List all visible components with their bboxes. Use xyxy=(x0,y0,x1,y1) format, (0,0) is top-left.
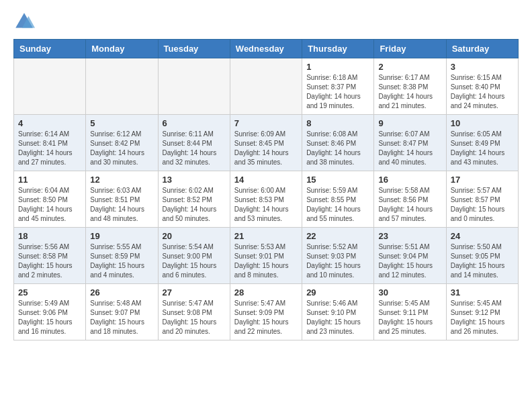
calendar-cell: 19Sunrise: 5:55 AMSunset: 8:59 PMDayligh… xyxy=(86,228,158,284)
day-number: 25 xyxy=(18,287,81,298)
weekday-header-monday: Monday xyxy=(86,40,158,58)
day-info: Sunrise: 6:07 AMSunset: 8:47 PMDaylight:… xyxy=(378,130,441,167)
day-number: 16 xyxy=(378,175,441,185)
day-number: 7 xyxy=(234,118,298,128)
calendar-cell: 6Sunrise: 6:11 AMSunset: 8:44 PMDaylight… xyxy=(158,115,230,171)
day-info: Sunrise: 5:53 AMSunset: 9:01 PMDaylight:… xyxy=(234,242,298,280)
calendar-cell xyxy=(158,58,230,115)
day-number: 3 xyxy=(451,62,514,72)
day-info: Sunrise: 6:03 AMSunset: 8:51 PMDaylight:… xyxy=(90,186,153,224)
calendar-cell: 13Sunrise: 6:02 AMSunset: 8:52 PMDayligh… xyxy=(158,171,230,228)
day-number: 14 xyxy=(234,175,298,185)
day-number: 28 xyxy=(234,287,298,298)
calendar-cell: 9Sunrise: 6:07 AMSunset: 8:47 PMDaylight… xyxy=(374,115,446,171)
header xyxy=(13,11,519,32)
calendar-week-5: 25Sunrise: 5:49 AMSunset: 9:06 PMDayligh… xyxy=(14,284,519,340)
calendar-cell: 25Sunrise: 5:49 AMSunset: 9:06 PMDayligh… xyxy=(14,284,86,340)
day-number: 19 xyxy=(90,231,153,241)
weekday-header-saturday: Saturday xyxy=(446,40,518,58)
day-number: 6 xyxy=(163,118,226,128)
day-info: Sunrise: 6:05 AMSunset: 8:49 PMDaylight:… xyxy=(451,130,514,167)
day-info: Sunrise: 5:56 AMSunset: 8:58 PMDaylight:… xyxy=(18,242,81,280)
day-info: Sunrise: 6:14 AMSunset: 8:41 PMDaylight:… xyxy=(18,130,81,167)
day-info: Sunrise: 6:18 AMSunset: 8:37 PMDaylight:… xyxy=(306,73,369,111)
day-info: Sunrise: 6:12 AMSunset: 8:42 PMDaylight:… xyxy=(90,130,153,167)
day-number: 10 xyxy=(451,118,514,128)
day-number: 27 xyxy=(163,287,226,298)
day-number: 30 xyxy=(378,287,441,298)
day-info: Sunrise: 5:46 AMSunset: 9:10 PMDaylight:… xyxy=(306,299,369,336)
calendar-cell: 22Sunrise: 5:52 AMSunset: 9:03 PMDayligh… xyxy=(302,228,374,284)
calendar-cell: 4Sunrise: 6:14 AMSunset: 8:41 PMDaylight… xyxy=(14,115,86,171)
calendar-cell: 31Sunrise: 5:45 AMSunset: 9:12 PMDayligh… xyxy=(446,284,518,340)
day-info: Sunrise: 5:58 AMSunset: 8:56 PMDaylight:… xyxy=(378,186,441,224)
day-number: 9 xyxy=(378,118,441,128)
calendar-cell xyxy=(14,58,86,115)
weekday-header-row: SundayMondayTuesdayWednesdayThursdayFrid… xyxy=(14,40,519,58)
calendar-cell: 17Sunrise: 5:57 AMSunset: 8:57 PMDayligh… xyxy=(446,171,518,228)
calendar-cell: 30Sunrise: 5:45 AMSunset: 9:11 PMDayligh… xyxy=(374,284,446,340)
day-info: Sunrise: 6:11 AMSunset: 8:44 PMDaylight:… xyxy=(163,130,226,167)
day-info: Sunrise: 5:49 AMSunset: 9:06 PMDaylight:… xyxy=(18,299,81,336)
calendar-cell: 5Sunrise: 6:12 AMSunset: 8:42 PMDaylight… xyxy=(86,115,158,171)
day-number: 20 xyxy=(163,231,226,241)
day-number: 5 xyxy=(90,118,153,128)
calendar-cell: 18Sunrise: 5:56 AMSunset: 8:58 PMDayligh… xyxy=(14,228,86,284)
calendar-cell: 21Sunrise: 5:53 AMSunset: 9:01 PMDayligh… xyxy=(230,228,302,284)
day-number: 18 xyxy=(18,231,81,241)
day-number: 22 xyxy=(306,231,369,241)
calendar-cell: 10Sunrise: 6:05 AMSunset: 8:49 PMDayligh… xyxy=(446,115,518,171)
day-info: Sunrise: 5:55 AMSunset: 8:59 PMDaylight:… xyxy=(90,242,153,280)
day-number: 23 xyxy=(378,231,441,241)
weekday-header-tuesday: Tuesday xyxy=(158,40,230,58)
day-info: Sunrise: 5:57 AMSunset: 8:57 PMDaylight:… xyxy=(451,186,514,224)
calendar-week-3: 11Sunrise: 6:04 AMSunset: 8:50 PMDayligh… xyxy=(14,171,519,228)
weekday-header-sunday: Sunday xyxy=(14,40,86,58)
calendar-cell: 12Sunrise: 6:03 AMSunset: 8:51 PMDayligh… xyxy=(86,171,158,228)
calendar-cell: 29Sunrise: 5:46 AMSunset: 9:10 PMDayligh… xyxy=(302,284,374,340)
day-info: Sunrise: 5:47 AMSunset: 9:09 PMDaylight:… xyxy=(234,299,298,336)
day-number: 17 xyxy=(451,175,514,185)
calendar-table: SundayMondayTuesdayWednesdayThursdayFrid… xyxy=(13,39,519,340)
calendar-cell: 16Sunrise: 5:58 AMSunset: 8:56 PMDayligh… xyxy=(374,171,446,228)
calendar-cell xyxy=(230,58,302,115)
day-number: 15 xyxy=(306,175,369,185)
day-info: Sunrise: 6:04 AMSunset: 8:50 PMDaylight:… xyxy=(18,186,81,224)
calendar-cell: 15Sunrise: 5:59 AMSunset: 8:55 PMDayligh… xyxy=(302,171,374,228)
day-number: 26 xyxy=(90,287,153,298)
day-number: 24 xyxy=(451,231,514,241)
day-number: 31 xyxy=(451,287,514,298)
calendar-cell: 24Sunrise: 5:50 AMSunset: 9:05 PMDayligh… xyxy=(446,228,518,284)
calendar-cell: 8Sunrise: 6:08 AMSunset: 8:46 PMDaylight… xyxy=(302,115,374,171)
logo xyxy=(13,11,38,32)
calendar-cell: 3Sunrise: 6:15 AMSunset: 8:40 PMDaylight… xyxy=(446,58,518,115)
calendar-cell: 1Sunrise: 6:18 AMSunset: 8:37 PMDaylight… xyxy=(302,58,374,115)
calendar-cell: 7Sunrise: 6:09 AMSunset: 8:45 PMDaylight… xyxy=(230,115,302,171)
day-info: Sunrise: 5:59 AMSunset: 8:55 PMDaylight:… xyxy=(306,186,369,224)
weekday-header-wednesday: Wednesday xyxy=(230,40,302,58)
day-number: 13 xyxy=(163,175,226,185)
day-info: Sunrise: 5:48 AMSunset: 9:07 PMDaylight:… xyxy=(90,299,153,336)
day-info: Sunrise: 6:17 AMSunset: 8:38 PMDaylight:… xyxy=(378,73,441,111)
day-info: Sunrise: 6:02 AMSunset: 8:52 PMDaylight:… xyxy=(163,186,226,224)
weekday-header-thursday: Thursday xyxy=(302,40,374,58)
day-info: Sunrise: 5:52 AMSunset: 9:03 PMDaylight:… xyxy=(306,242,369,280)
calendar-cell: 23Sunrise: 5:51 AMSunset: 9:04 PMDayligh… xyxy=(374,228,446,284)
logo-icon xyxy=(13,11,35,32)
calendar-cell: 26Sunrise: 5:48 AMSunset: 9:07 PMDayligh… xyxy=(86,284,158,340)
calendar-cell: 27Sunrise: 5:47 AMSunset: 9:08 PMDayligh… xyxy=(158,284,230,340)
day-info: Sunrise: 5:45 AMSunset: 9:12 PMDaylight:… xyxy=(451,299,514,336)
day-number: 11 xyxy=(18,175,81,185)
weekday-header-friday: Friday xyxy=(374,40,446,58)
day-number: 1 xyxy=(306,62,369,72)
day-info: Sunrise: 5:51 AMSunset: 9:04 PMDaylight:… xyxy=(378,242,441,280)
day-number: 2 xyxy=(378,62,441,72)
calendar-cell: 20Sunrise: 5:54 AMSunset: 9:00 PMDayligh… xyxy=(158,228,230,284)
day-info: Sunrise: 6:15 AMSunset: 8:40 PMDaylight:… xyxy=(451,73,514,111)
page: SundayMondayTuesdayWednesdayThursdayFrid… xyxy=(0,0,532,351)
day-info: Sunrise: 5:50 AMSunset: 9:05 PMDaylight:… xyxy=(451,242,514,280)
calendar-week-2: 4Sunrise: 6:14 AMSunset: 8:41 PMDaylight… xyxy=(14,115,519,171)
day-number: 12 xyxy=(90,175,153,185)
day-info: Sunrise: 6:08 AMSunset: 8:46 PMDaylight:… xyxy=(306,130,369,167)
calendar-cell: 11Sunrise: 6:04 AMSunset: 8:50 PMDayligh… xyxy=(14,171,86,228)
